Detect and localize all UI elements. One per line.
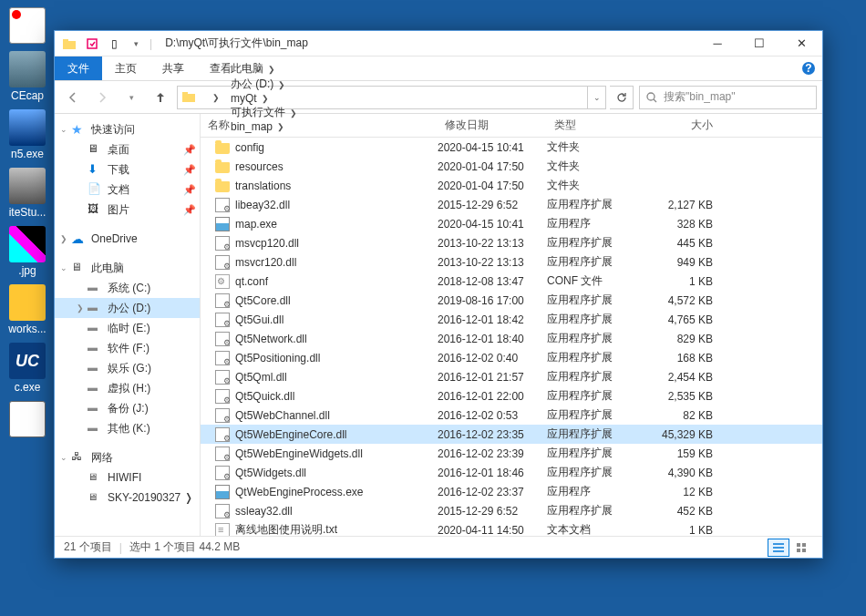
file-size: 4,572 KB (647, 294, 729, 307)
help-icon[interactable]: ? (795, 56, 822, 80)
file-type: 应用程序 (547, 484, 647, 499)
desktop-shortcut[interactable]: .jpg (5, 226, 50, 277)
file-type: 应用程序扩展 (547, 503, 647, 518)
nav-drive-item[interactable]: 备份 (J:) (55, 398, 200, 418)
file-row[interactable]: ssleay32.dll 2015-12-29 6:52 应用程序扩展 452 … (201, 501, 822, 520)
nav-drive-item[interactable]: 软件 (F:) (55, 338, 200, 358)
nav-this-pc[interactable]: ⌄此电脑 (55, 258, 200, 278)
file-date: 2016-12-02 23:37 (438, 486, 547, 498)
nav-onedrive[interactable]: ❯OneDrive (55, 229, 200, 249)
navigation-pane[interactable]: ⌄快速访问 桌面📌下载📌文档📌图片📌 ❯OneDrive ⌄此电脑 系统 (C:… (55, 114, 201, 536)
column-headers[interactable]: 名称 修改日期 类型 大小 (201, 114, 822, 138)
file-list[interactable]: config 2020-04-15 10:41 文件夹 resources 20… (201, 138, 822, 536)
qat-new-folder-icon[interactable]: ▯ (104, 34, 124, 54)
nav-drive-item[interactable]: 系统 (C:) (55, 278, 200, 298)
file-date: 2015-12-29 6:52 (438, 505, 547, 518)
desktop-shortcut[interactable]: iteStu... (5, 168, 50, 219)
file-row[interactable]: Qt5Positioning.dll 2016-12-02 0:40 应用程序扩… (201, 348, 822, 367)
nav-network[interactable]: ⌄网络 (55, 447, 200, 467)
desktop-shortcut[interactable]: works... (5, 284, 50, 335)
ribbon-home-tab[interactable]: 主页 (102, 56, 149, 80)
col-type[interactable]: 类型 (547, 118, 647, 133)
desktop-shortcut[interactable]: n5.exe (5, 109, 50, 160)
nav-drive-item[interactable]: 娱乐 (G:) (55, 358, 200, 378)
refresh-button[interactable] (610, 86, 634, 109)
minimize-button[interactable]: ─ (696, 31, 738, 56)
nav-quick-item[interactable]: 下载📌 (55, 159, 200, 180)
maximize-button[interactable]: ☐ (738, 31, 780, 56)
nav-network-item[interactable]: SKY-20190327 ❭ (55, 488, 200, 508)
file-row[interactable]: msvcr120.dll 2013-10-22 13:13 应用程序扩展 949… (201, 252, 822, 272)
file-row[interactable]: translations 2020-01-04 17:50 文件夹 (201, 176, 822, 195)
back-button[interactable] (60, 86, 86, 109)
file-row[interactable]: Qt5Gui.dll 2016-12-01 18:42 应用程序扩展 4,765… (201, 310, 822, 329)
file-row[interactable]: qt.conf 2018-12-08 13:47 CONF 文件 1 KB (201, 272, 822, 291)
nav-drive-item[interactable]: 临时 (E:) (55, 318, 200, 338)
file-icon (215, 485, 230, 499)
breadcrumb-segment[interactable]: myQt❯ (224, 92, 302, 105)
col-name[interactable]: 名称 (201, 118, 438, 133)
breadcrumb-segment[interactable]: 办公 (D:)❯ (224, 77, 302, 92)
file-row[interactable]: Qt5WebEngineCore.dll 2016-12-02 23:35 应用… (201, 425, 822, 444)
col-size[interactable]: 大小 (647, 118, 729, 133)
desktop-shortcut[interactable] (5, 401, 50, 437)
file-date: 2016-12-01 21:57 (438, 371, 547, 384)
file-row[interactable]: QtWebEngineProcess.exe 2016-12-02 23:37 … (201, 482, 822, 501)
breadcrumb-root-chevron[interactable]: ❯ (201, 87, 224, 108)
titlebar[interactable]: ▯ ▾ | D:\myQt\可执行文件\bin_map ─ ☐ ✕ (55, 31, 822, 56)
file-row[interactable]: resources 2020-01-04 17:50 文件夹 (201, 157, 822, 176)
file-row[interactable]: Qt5WebEngineWidgets.dll 2016-12-02 23:39… (201, 444, 822, 463)
address-dropdown-icon[interactable]: ⌄ (587, 87, 605, 108)
desktop-shortcut[interactable]: CEcap (5, 51, 50, 102)
drive-icon (88, 381, 102, 395)
view-details-button[interactable] (768, 539, 789, 557)
file-icon (215, 255, 230, 270)
nav-quick-access[interactable]: ⌄快速访问 (55, 119, 200, 139)
file-row[interactable]: Qt5WebChannel.dll 2016-12-02 0:53 应用程序扩展… (201, 406, 822, 425)
file-row[interactable]: msvcp120.dll 2013-10-22 13:13 应用程序扩展 445… (201, 233, 822, 252)
up-button[interactable] (148, 86, 173, 109)
file-date: 2019-08-16 17:00 (438, 294, 547, 307)
folder-icon (181, 89, 198, 106)
qat-properties-icon[interactable] (82, 34, 102, 54)
search-input[interactable]: 搜索"bin_map" (639, 86, 817, 109)
file-size: 2,454 KB (647, 371, 729, 384)
svg-rect-8 (797, 543, 800, 547)
file-type: 应用程序扩展 (547, 254, 647, 270)
breadcrumb-segment[interactable]: 此电脑❯ (224, 61, 302, 77)
col-date[interactable]: 修改日期 (438, 118, 547, 133)
nav-drive-item[interactable]: 虚拟 (H:) (55, 378, 200, 398)
file-row[interactable]: Qt5Qml.dll 2016-12-01 21:57 应用程序扩展 2,454… (201, 367, 822, 386)
recent-dropdown-icon[interactable]: ▾ (119, 86, 144, 109)
file-row[interactable]: 离线地图使用说明.txt 2020-04-11 14:50 文本文档 1 KB (201, 520, 822, 536)
breadcrumb-bar[interactable]: ❯ 此电脑❯办公 (D:)❯myQt❯可执行文件❯bin_map❯ ⌄ (177, 86, 606, 109)
file-name: config (235, 141, 264, 154)
file-icon (215, 236, 230, 251)
desktop-shortcut[interactable]: UCc.exe (5, 343, 50, 394)
nav-quick-item[interactable]: 桌面📌 (55, 139, 200, 159)
forward-button[interactable] (89, 86, 115, 109)
nav-quick-item[interactable]: 图片📌 (55, 200, 200, 220)
nav-drive-item[interactable]: 其他 (K:) (55, 418, 200, 438)
ribbon-share-tab[interactable]: 共享 (149, 56, 197, 80)
file-row[interactable]: Qt5Widgets.dll 2016-12-01 18:46 应用程序扩展 4… (201, 463, 822, 482)
file-row[interactable]: Qt5Network.dll 2016-12-01 18:40 应用程序扩展 8… (201, 329, 822, 348)
file-icon (215, 198, 230, 212)
file-row[interactable]: config 2020-04-15 10:41 文件夹 (201, 138, 822, 157)
ni-desk-icon (88, 142, 102, 157)
window-title: D:\myQt\可执行文件\bin_map (165, 36, 696, 51)
nav-quick-item[interactable]: 文档📌 (55, 180, 200, 200)
nav-drive-item[interactable]: ❯办公 (D:) (55, 298, 200, 318)
close-button[interactable]: ✕ (780, 31, 822, 56)
file-type: 应用程序 (547, 216, 647, 231)
nav-network-item[interactable]: HIWIFI (55, 467, 200, 488)
file-date: 2020-04-15 10:41 (438, 218, 547, 231)
desktop-shortcut[interactable] (5, 7, 50, 44)
file-row[interactable]: libeay32.dll 2015-12-29 6:52 应用程序扩展 2,12… (201, 195, 822, 214)
ribbon-file-tab[interactable]: 文件 (55, 56, 102, 80)
view-icons-button[interactable] (791, 539, 813, 557)
file-row[interactable]: Qt5Core.dll 2019-08-16 17:00 应用程序扩展 4,57… (201, 291, 822, 310)
file-row[interactable]: map.exe 2020-04-15 10:41 应用程序 328 KB (201, 214, 822, 233)
file-row[interactable]: Qt5Quick.dll 2016-12-01 22:00 应用程序扩展 2,5… (201, 386, 822, 406)
qat-dropdown-icon[interactable]: ▾ (126, 34, 146, 54)
